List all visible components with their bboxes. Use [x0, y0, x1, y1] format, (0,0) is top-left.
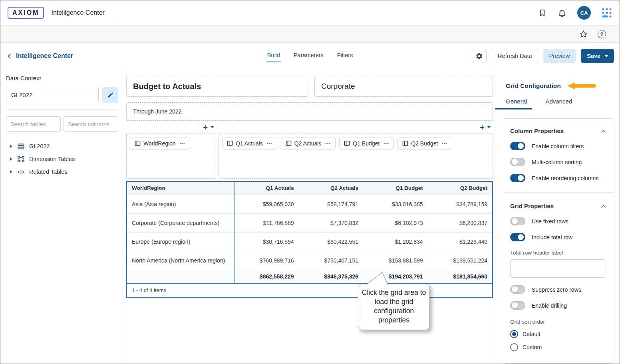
related-tables-icon	[18, 169, 24, 175]
grid-header-cell[interactable]: Q1 Actuals	[234, 182, 299, 195]
enable-drilling-toggle[interactable]	[510, 301, 525, 310]
brand-text: AXIOM	[8, 8, 43, 18]
grid-header-row: WorldRegion Q1 Actuals Q2 Actuals Q1 Bud…	[127, 182, 492, 195]
report-canvas: Budget to Actuals Corporate Through June…	[124, 69, 495, 364]
chip-menu-icon[interactable]: •••	[325, 141, 331, 145]
tab-build[interactable]: Build	[266, 50, 281, 62]
avatar[interactable]: CA	[577, 6, 591, 20]
table-row[interactable]: Europe (Europe region) $30,716,594 $30,4…	[127, 232, 492, 251]
radio-custom[interactable]	[510, 343, 518, 351]
grid-header-cell[interactable]: Q1 Budget	[363, 182, 428, 195]
grid-header-cell[interactable]: Q2 Actuals	[299, 182, 364, 195]
sidebar-title: Data Context	[6, 75, 118, 82]
table-row[interactable]: Asia (Asia region) $59,065,030 $58,174,7…	[127, 195, 492, 213]
use-fixed-rows-toggle[interactable]	[510, 217, 525, 225]
table-row[interactable]: Corporate (Corporate departments) $11,78…	[127, 213, 492, 232]
field-chip-q2-budget[interactable]: Q2 Budget •••	[397, 137, 452, 149]
tree-item-gl2022[interactable]: GL2022	[6, 140, 118, 153]
field-chip-worldregion[interactable]: WorldRegion •••	[130, 137, 190, 149]
tree-label: Dimension Tables	[29, 156, 75, 162]
grid-cell: North America (North America region)	[127, 251, 234, 270]
chip-menu-icon[interactable]: •••	[442, 141, 447, 145]
refresh-data-button[interactable]: Refresh Data	[492, 49, 538, 63]
suppress-zero-rows-toggle[interactable]	[510, 285, 525, 294]
panel-tab-general[interactable]: General	[506, 98, 527, 105]
chevron-left-icon	[6, 53, 13, 60]
multi-column-sorting-toggle[interactable]	[510, 158, 525, 166]
data-context-input[interactable]	[6, 87, 99, 103]
chevron-up-icon[interactable]	[601, 129, 606, 133]
report-toolbar: Intelligence Center Build Parameters Fil…	[0, 43, 620, 69]
report-subtitle-box[interactable]: Corporate	[314, 76, 493, 97]
grid-cell: $59,065,030	[234, 195, 299, 213]
include-total-row-toggle[interactable]	[510, 233, 525, 241]
tab-filters[interactable]: Filters	[336, 50, 354, 62]
star-icon[interactable]	[579, 30, 588, 39]
total-row-header-input[interactable]	[510, 259, 606, 278]
search-tables-input[interactable]	[6, 116, 61, 132]
grid-cell: $153,881,599	[363, 251, 428, 270]
bookmark-icon[interactable]	[538, 8, 547, 18]
field-chip-q1-actuals[interactable]: Q1 Actuals •••	[222, 137, 277, 149]
chip-menu-icon[interactable]: •••	[384, 141, 389, 145]
data-grid[interactable]: WorldRegion Q1 Actuals Q2 Actuals Q1 Bud…	[126, 181, 493, 298]
add-column-field-button[interactable]: +	[480, 123, 485, 131]
grid-pager-text: 1 - 4 of 4 items	[127, 284, 492, 297]
chip-menu-icon[interactable]: •••	[267, 141, 272, 145]
header-divider	[112, 7, 112, 19]
builder-tabs: Build Parameters Filters	[266, 50, 354, 62]
enable-reordering-columns-toggle[interactable]	[510, 174, 525, 182]
grid-header-cell[interactable]: Q2 Budget	[428, 182, 493, 195]
settings-button[interactable]	[472, 49, 487, 63]
radio-default[interactable]	[510, 330, 518, 338]
grid-total-row: $862,558,229 $846,375,326 $194,203,791 $…	[127, 270, 492, 283]
edit-context-button[interactable]	[102, 87, 118, 103]
row-fields-zone[interactable]: WorldRegion •••	[126, 133, 216, 179]
grid-cell: $760,989,716	[234, 251, 299, 270]
tree-label: Related Tables	[29, 169, 68, 175]
grid-cell: $1,202,834	[363, 232, 428, 251]
save-label: Save	[587, 53, 600, 59]
grid-header-cell[interactable]: WorldRegion	[127, 182, 234, 195]
column-icon	[286, 140, 292, 146]
instruction-callout: Click the grid area to load the grid con…	[358, 284, 430, 330]
add-row-field-caret-icon[interactable]	[211, 126, 214, 128]
column-properties-header[interactable]: Column Properties	[510, 127, 606, 134]
tree-item-related-tables[interactable]: Related Tables	[6, 165, 118, 178]
column-fields-zone[interactable]: Q1 Actuals ••• Q2 Actuals ••• Q1 Budget …	[219, 133, 493, 179]
chip-menu-icon[interactable]: •••	[180, 141, 185, 145]
tab-parameters[interactable]: Parameters	[293, 50, 324, 62]
grid-cell: $181,854,660	[428, 270, 493, 283]
enable-column-filters-toggle[interactable]	[510, 142, 525, 150]
chevron-up-icon[interactable]	[601, 205, 606, 208]
search-columns-input[interactable]	[64, 116, 118, 132]
bell-icon[interactable]	[557, 8, 567, 18]
sort-order-custom-option[interactable]: Custom	[510, 343, 606, 351]
axiom-logo: AXIOM	[8, 7, 44, 19]
report-period-box[interactable]: Through June 2022	[126, 102, 493, 121]
tree-item-dimension-tables[interactable]: Dimension Tables	[6, 153, 118, 165]
add-row-field-button[interactable]: +	[203, 123, 208, 131]
field-chip-q1-budget[interactable]: Q1 Budget •••	[339, 137, 394, 149]
preview-button[interactable]: Preview	[543, 49, 576, 63]
panel-tabs: General Advanced	[495, 98, 620, 109]
save-dropdown-caret-icon[interactable]	[605, 55, 608, 57]
sort-order-default-option[interactable]: Default	[510, 330, 606, 338]
panel-title: Grid Configuration	[506, 82, 561, 90]
caret-right-icon	[9, 157, 13, 161]
report-title-box[interactable]: Budget to Actuals	[126, 76, 308, 97]
table-row[interactable]: North America (North America region) $76…	[127, 251, 492, 270]
panel-tab-advanced[interactable]: Advanced	[545, 98, 572, 105]
caret-right-icon	[9, 170, 13, 174]
apps-grid-icon[interactable]	[601, 7, 612, 18]
save-button[interactable]: Save	[581, 49, 614, 63]
grid-cell: Corporate (Corporate departments)	[127, 213, 234, 232]
grid-properties-header[interactable]: Grid Properties	[510, 203, 606, 209]
dimension-tables-icon	[18, 156, 24, 163]
field-chip-q2-actuals[interactable]: Q2 Actuals •••	[281, 137, 336, 149]
help-icon[interactable]: ?	[598, 30, 606, 38]
chip-label: WorldRegion	[143, 140, 176, 147]
back-link[interactable]: Intelligence Center	[6, 52, 73, 60]
chip-label: Q2 Budget	[411, 140, 438, 147]
add-column-field-caret-icon[interactable]	[487, 126, 491, 128]
